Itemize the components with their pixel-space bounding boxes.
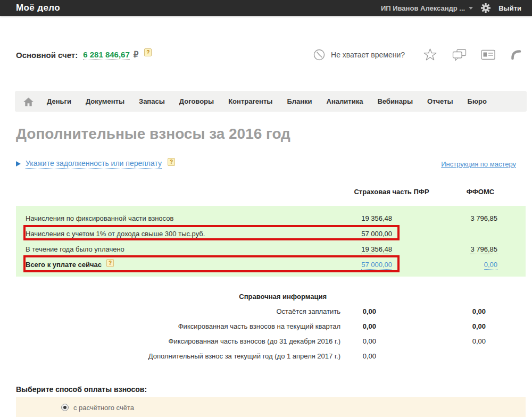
ffoms-value: 0,00 [376,337,486,345]
moe-delo-logo[interactable]: Моё дело [16,3,60,13]
nav-item-zapasy[interactable]: Запасы [139,97,165,105]
expand-arrow-icon[interactable] [16,161,21,166]
top-bar: Моё дело ИП Иванов Александр ... [0,0,532,16]
account-row: Основной счет: 6 281 846,67 ₽ ? Не хвата… [16,47,522,63]
star-icon [423,48,437,61]
row-label-total: Всего к уплате сейчас? [26,261,307,269]
pfr-value: 0,00 [340,322,376,330]
pfr-value: 19 356,48 [361,214,392,222]
pfr-value-cell: 19 356,48 [307,245,392,253]
ffoms-total-link[interactable]: 0,00 [484,261,497,270]
row-label: Фиксированная часть взносов на текущий к… [16,322,340,330]
row-label: Начисления с учетом 1% от дохода свыше 3… [26,230,307,238]
nav-item-dokumenty[interactable]: Документы [86,97,124,105]
ffoms-value-cell: 0,00 [392,261,497,269]
ffoms-value: 0,00 [376,322,486,330]
contacts-button[interactable] [481,49,495,60]
table-row: В течение года было уплачено 19 356,48 3… [16,241,526,257]
phone-icon [510,48,522,61]
nav-item-dogovory[interactable]: Договоры [179,97,214,105]
main-nav: Деньги Документы Запасы Договоры Контраг… [15,91,527,112]
reference-row: Фиксированная часть взносов на текущий к… [16,319,526,333]
no-time-link[interactable]: Не хватает времени? [331,51,405,59]
pfr-value-cell: 57 000,00 [307,230,392,238]
chevron-down-icon [469,7,473,10]
home-icon [23,97,34,106]
help-icon[interactable]: ? [168,158,175,166]
reference-row: Остаётся заплатить 0,00 0,00 [16,304,526,319]
row-label: Дополнительный взнос за текущий год (до … [16,352,340,360]
nav-item-vebinary[interactable]: Вебинары [377,97,413,105]
nav-item-dengi[interactable]: Деньги [47,97,71,105]
ffoms-value: 3 796,85 [470,214,497,222]
nav-item-blanki[interactable]: Бланки [287,97,312,105]
ffoms-value: 0,00 [376,307,486,315]
contact-card-icon [481,49,495,60]
column-header-ffoms: ФФОМС [446,188,515,196]
table-row: Начисления с учетом 1% от дохода свыше 3… [16,226,526,241]
favorites-button[interactable] [423,48,437,61]
logout-button[interactable]: Выйти [498,4,521,12]
clock-icon [313,48,326,61]
table-row: Всего к уплате сейчас? 57 000,00 0,00 [16,257,526,272]
pfr-editable-value[interactable]: 57 000,00 [361,230,392,239]
column-header-pfr: Страховая часть ПФР [335,188,448,196]
reference-row: Дополнительный взнос за текущий год (до … [16,348,526,363]
page-title: Дополнительные взносы за 2016 год [16,126,290,143]
payment-method-box: с расчётного счёта [16,397,526,417]
reference-row: Фиксированная часть взносов (до 31 декаб… [16,333,526,348]
top-bar-right: ИП Иванов Александр ... [381,3,521,13]
payment-option-radio[interactable] [61,404,69,411]
account-balance[interactable]: 6 281 846,67 [83,50,130,60]
ffoms-value-cell: 3 796,85 [392,214,497,222]
debt-overpayment-link[interactable]: Укажите задолженность или переплату [26,159,162,169]
payment-method-title: Выберите способ оплаты взносов: [16,385,147,394]
ffoms-value-cell: 3 796,85 [392,245,497,253]
pfr-value-cell: 19 356,48 [307,214,392,222]
sub-links-row: Укажите задолженность или переплату ? Ин… [16,159,516,169]
account-label: Основной счет: [16,51,78,60]
user-menu[interactable]: ИП Иванов Александр ... [381,4,473,12]
reference-title: Справочная информация [16,293,340,301]
row-label: Начисления по фиксированной части взносо… [26,214,307,222]
total-label-text: Всего к уплате сейчас [26,261,102,269]
row-label: В течение года было уплачено [26,245,307,253]
settings-button[interactable] [481,3,491,13]
pfr-total-link[interactable]: 57 000,00 [361,261,392,270]
nav-home[interactable] [23,97,34,106]
chat-icon [452,49,467,61]
pfr-editable-value[interactable]: 19 356,48 [361,245,392,254]
row-label: Остаётся заплатить [16,307,340,315]
pfr-value: 0,00 [340,337,376,345]
reference-section: Справочная информация Остаётся заплатить… [16,289,526,363]
table-column-headers: Страховая часть ПФР ФФОМС [16,188,526,196]
pfr-value-cell: 57 000,00 [307,261,392,269]
no-time-button[interactable] [313,48,326,61]
pfr-value: 0,00 [340,307,376,315]
row-label: Фиксированная часть взносов (до 31 декаб… [16,337,340,345]
payment-option-label[interactable]: с расчётного счёта [73,404,134,412]
pfr-value: 0,00 [340,352,376,360]
nav-item-byuro[interactable]: Бюро [468,97,487,105]
wizard-instruction-link[interactable]: Инструкция по мастеру [441,160,516,168]
user-menu-label: ИП Иванов Александр ... [381,4,465,12]
nav-item-kontragenty[interactable]: Контрагенты [228,97,272,105]
gear-icon [481,3,491,13]
nav-item-otchety[interactable]: Отчеты [427,97,453,105]
quick-actions: Не хватает времени? [313,48,522,61]
reference-title-row: Справочная информация [16,289,526,304]
ffoms-editable-value[interactable]: 3 796,85 [470,245,497,254]
nav-item-analitika[interactable]: Аналитика [327,97,363,105]
help-icon[interactable]: ? [106,259,114,267]
chat-button[interactable] [452,49,467,61]
table-row: Начисления по фиксированной части взносо… [16,211,526,226]
contributions-table: Начисления по фиксированной части взносо… [16,206,526,277]
ruble-sign: ₽ [134,50,139,60]
page: Моё дело ИП Иванов Александр ... [0,0,532,417]
help-icon[interactable]: ? [144,48,152,56]
call-button[interactable] [510,48,522,61]
